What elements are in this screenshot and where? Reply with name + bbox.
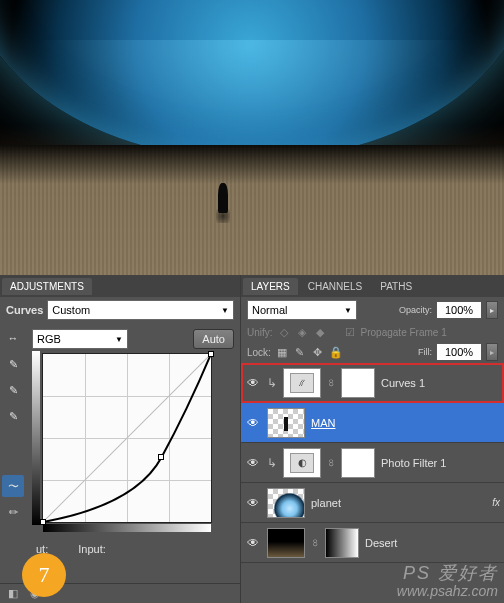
adjustments-tabbar: ADJUSTMENTS [0,275,240,297]
layer-name[interactable]: planet [311,497,500,509]
fx-badge[interactable]: fx [492,497,500,508]
lock-label: Lock: [247,347,271,358]
curves-toolstrip: ↔ ✎ ✎ ✎ 〜 ✏ [0,323,26,583]
curve-pencil-tool[interactable]: ✏ [2,501,24,523]
layer-row-desert[interactable]: 👁 𝟾 Desert [241,523,504,563]
canvas-preview [0,0,504,275]
output-gradient [32,351,40,525]
watermark-line1: PS 爱好者 [397,564,498,584]
unify-label: Unify: [247,327,273,338]
layer-mask-thumb[interactable] [325,528,359,558]
step-number-badge: 7 [22,553,66,597]
layers-panel: LAYERS CHANNELS PATHS Normal ▼ Opacity: … [240,275,504,603]
curves-title: Curves [6,304,43,316]
channel-select[interactable]: RGB ▼ [32,329,128,349]
horizon-ground [0,145,504,275]
watermark: PS 爱好者 www.psahz.com [397,564,498,599]
atmosphere-glow [0,40,504,160]
propagate-label: Propagate Frame 1 [361,327,447,338]
clip-indicator-icon: ↳ [267,376,277,390]
curve-path [43,354,211,522]
channel-value: RGB [37,333,61,345]
opacity-input[interactable]: 100% [436,301,482,319]
curve-point-mid[interactable] [158,454,164,460]
layer-row-man[interactable]: 👁 MAN [241,403,504,443]
eye-icon[interactable]: 👁 [245,535,261,551]
input-label: Input: [78,543,106,555]
unify-visibility-icon[interactable]: ◈ [295,325,309,339]
curves-adj-icon: ⫽ [290,373,314,393]
layers-tabbar: LAYERS CHANNELS PATHS [241,275,504,297]
tab-paths[interactable]: PATHS [372,278,420,295]
layer-mask-thumb[interactable] [341,368,375,398]
layer-thumb: ⫽ [283,368,321,398]
blend-mode-value: Normal [252,304,287,316]
curves-graph[interactable] [42,353,212,523]
eyedropper-white-icon[interactable]: ✎ [2,405,24,427]
eyedropper-gray-icon[interactable]: ✎ [2,379,24,401]
layer-name[interactable]: Photo Filter 1 [381,457,500,469]
eye-icon[interactable]: 👁 [245,375,261,391]
eye-icon[interactable]: 👁 [245,495,261,511]
eyedropper-black-icon[interactable]: ✎ [2,353,24,375]
chevron-down-icon: ▼ [344,306,352,315]
clip-to-layer-icon[interactable]: ◧ [6,587,20,601]
watermark-line2: www.psahz.com [397,584,498,599]
layer-name[interactable]: Desert [365,537,500,549]
layer-thumb [267,408,305,438]
fill-label: Fill: [418,347,432,357]
link-icon: 𝟾 [327,377,335,389]
input-gradient [43,524,211,532]
chevron-down-icon: ▼ [115,335,123,344]
curve-point-highlight[interactable] [208,351,214,357]
layer-row-planet[interactable]: 👁 planet fx [241,483,504,523]
clip-indicator-icon: ↳ [267,456,277,470]
layer-row-curves1[interactable]: 👁 ↳ ⫽ 𝟾 Curves 1 [241,363,504,403]
layer-name[interactable]: MAN [311,417,500,429]
photofilter-adj-icon: ◐ [290,453,314,473]
link-icon: 𝟾 [311,537,319,549]
layer-thumb: ◐ [283,448,321,478]
eye-icon[interactable]: 👁 [245,415,261,431]
layer-row-photofilter[interactable]: 👁 ↳ ◐ 𝟾 Photo Filter 1 [241,443,504,483]
propagate-checkbox[interactable]: ☑ [343,325,357,339]
blend-mode-select[interactable]: Normal ▼ [247,300,357,320]
layer-thumb [267,528,305,558]
auto-button[interactable]: Auto [193,329,234,349]
eye-icon[interactable]: 👁 [245,455,261,471]
tab-adjustments[interactable]: ADJUSTMENTS [2,278,92,295]
lock-pixels-icon[interactable]: ✎ [293,345,307,359]
opacity-stepper[interactable]: ▸ [486,301,498,319]
layer-name[interactable]: Curves 1 [381,377,500,389]
curves-preset-select[interactable]: Custom ▼ [47,300,234,320]
tab-layers[interactable]: LAYERS [243,278,298,295]
fill-stepper[interactable]: ▸ [486,343,498,361]
figure-silhouette [218,183,228,213]
lock-position-icon[interactable]: ✥ [311,345,325,359]
layer-thumb [267,488,305,518]
link-icon: 𝟾 [327,457,335,469]
tab-channels[interactable]: CHANNELS [300,278,370,295]
fill-input[interactable]: 100% [436,343,482,361]
target-adjust-tool[interactable]: ↔ [2,327,24,349]
chevron-down-icon: ▼ [221,306,229,315]
curve-smooth-tool[interactable]: 〜 [2,475,24,497]
layer-mask-thumb[interactable] [341,448,375,478]
lock-all-icon[interactable]: 🔒 [329,345,343,359]
opacity-label: Opacity: [399,305,432,315]
lock-transparent-icon[interactable]: ▦ [275,345,289,359]
unify-position-icon[interactable]: ◇ [277,325,291,339]
unify-style-icon[interactable]: ◆ [313,325,327,339]
curves-preset-value: Custom [52,304,90,316]
